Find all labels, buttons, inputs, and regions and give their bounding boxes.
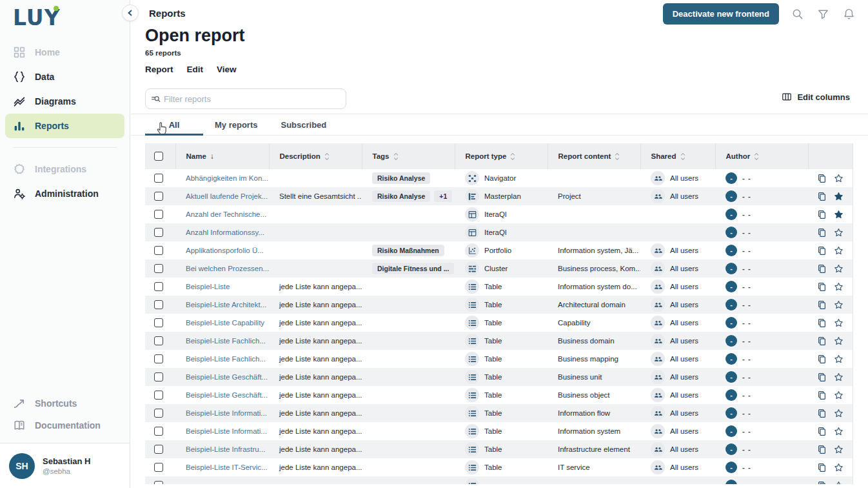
row-checkbox[interactable] <box>154 282 163 291</box>
favorite-star-button[interactable] <box>834 427 843 436</box>
sidebar-item-shortcuts[interactable]: Shortcuts <box>5 392 124 414</box>
row-checkbox[interactable] <box>154 481 163 484</box>
copy-report-button[interactable] <box>817 264 827 274</box>
table-row[interactable]: Beispiel-Liste Informati... jede Liste k… <box>145 404 853 422</box>
row-checkbox[interactable] <box>154 354 163 363</box>
copy-report-button[interactable] <box>817 427 827 436</box>
table-row[interactable]: Anzahl der Technische... IteraQl -- - <box>145 205 853 223</box>
user-profile[interactable]: SH Sebastian H @sebha <box>0 443 130 488</box>
row-checkbox[interactable] <box>154 427 163 436</box>
sidebar-item-documentation[interactable]: Documentation <box>5 414 124 436</box>
table-row[interactable]: Aktuell laufende Projek... Stellt eine G… <box>145 187 853 205</box>
report-name-link[interactable]: Applikationsporfolio Ü... <box>186 247 264 254</box>
row-checkbox[interactable] <box>154 228 163 237</box>
favorite-star-button[interactable] <box>834 409 843 418</box>
report-name-link[interactable]: Abhängigkeiten im Kon... <box>186 174 268 182</box>
table-row[interactable]: -- - <box>145 476 853 484</box>
favorite-star-button[interactable] <box>834 246 843 256</box>
table-row[interactable]: Beispiel-Liste Geschäft... jede Liste ka… <box>145 386 853 404</box>
column-header-shared[interactable]: Shared <box>640 143 715 169</box>
report-name-link[interactable]: Bei welchen Prozessen... <box>186 265 269 272</box>
row-checkbox[interactable] <box>154 264 163 273</box>
tab-my-reports[interactable]: My reports <box>203 114 269 135</box>
copy-report-button[interactable] <box>817 246 827 256</box>
row-checkbox[interactable] <box>154 372 163 381</box>
table-row[interactable]: Beispiel-Liste Architekt... jede Liste k… <box>145 296 853 314</box>
sidebar-item-reports[interactable]: Reports <box>5 114 124 138</box>
report-name-link[interactable]: Beispiel-Liste Fachlich... <box>186 355 266 363</box>
select-all-checkbox[interactable] <box>154 152 163 161</box>
table-row[interactable]: Beispiel-Liste Geschäft... jede Liste ka… <box>145 368 853 386</box>
report-name-link[interactable]: Beispiel-Liste Geschäft... <box>186 391 268 399</box>
filter-button[interactable] <box>810 5 836 24</box>
copy-report-button[interactable] <box>817 336 827 346</box>
copy-report-button[interactable] <box>817 300 827 310</box>
tab-all[interactable]: All <box>145 114 203 135</box>
favorite-star-button[interactable] <box>834 282 843 292</box>
report-name-link[interactable]: Beispiel-Liste Capability <box>186 319 264 327</box>
tab-subscribed[interactable]: Subscribed <box>269 114 338 135</box>
report-name-link[interactable]: Anzahl Informationssy... <box>186 229 264 236</box>
copy-report-button[interactable] <box>817 372 827 382</box>
favorite-star-button[interactable] <box>834 300 843 310</box>
copy-report-button[interactable] <box>817 391 827 400</box>
report-name-link[interactable]: Beispiel-Liste Architekt... <box>186 301 266 309</box>
row-checkbox[interactable] <box>154 210 163 219</box>
row-checkbox[interactable] <box>154 445 163 454</box>
column-header-tags[interactable]: Tags <box>362 143 455 169</box>
menu-report[interactable]: Report <box>145 65 173 74</box>
favorite-star-button[interactable] <box>834 391 843 400</box>
row-checkbox[interactable] <box>154 246 163 255</box>
favorite-star-button[interactable] <box>834 445 843 454</box>
luy-logo[interactable]: LUY <box>0 0 130 35</box>
report-name-link[interactable]: Aktuell laufende Projek... <box>186 192 268 200</box>
favorite-star-button[interactable] <box>834 336 843 346</box>
copy-report-button[interactable] <box>817 481 827 485</box>
copy-report-button[interactable] <box>817 409 827 418</box>
column-header-report-type[interactable]: Report type <box>455 143 547 169</box>
row-checkbox[interactable] <box>154 391 163 400</box>
report-name-link[interactable]: Anzahl der Technische... <box>186 210 266 218</box>
report-name-link[interactable]: Beispiel-Liste Informati... <box>186 427 267 435</box>
copy-report-button[interactable] <box>817 210 827 219</box>
filter-reports-input[interactable] <box>164 94 340 104</box>
copy-report-button[interactable] <box>817 318 827 328</box>
table-row[interactable]: Beispiel-Liste Fachlich... jede Liste ka… <box>145 350 853 368</box>
row-checkbox[interactable] <box>154 318 163 327</box>
sidebar-collapse-button[interactable] <box>122 5 139 21</box>
favorite-star-button[interactable] <box>834 481 843 485</box>
favorite-star-button[interactable] <box>834 210 843 219</box>
favorite-star-button[interactable] <box>834 463 843 473</box>
copy-report-button[interactable] <box>817 282 827 292</box>
copy-report-button[interactable] <box>817 463 827 473</box>
sidebar-item-data[interactable]: Data <box>5 65 124 89</box>
copy-report-button[interactable] <box>817 192 827 201</box>
notifications-button[interactable] <box>836 5 862 24</box>
menu-edit[interactable]: Edit <box>187 65 204 74</box>
favorite-star-button[interactable] <box>834 354 843 364</box>
row-checkbox[interactable] <box>154 192 163 201</box>
table-row[interactable]: Beispiel-Liste Fachlich... jede Liste ka… <box>145 332 853 350</box>
favorite-star-button[interactable] <box>834 318 843 328</box>
favorite-star-button[interactable] <box>834 228 843 238</box>
table-row[interactable]: Applikationsporfolio Ü... Risiko Maßnahm… <box>145 241 853 259</box>
sidebar-item-integrations[interactable]: Integrations <box>5 157 124 181</box>
column-header-name[interactable]: Name↓ <box>175 143 269 169</box>
copy-report-button[interactable] <box>817 174 827 183</box>
favorite-star-button[interactable] <box>834 192 843 201</box>
copy-report-button[interactable] <box>817 228 827 238</box>
row-checkbox[interactable] <box>154 300 163 309</box>
table-row[interactable]: Beispiel-Liste Infrastru... jede Liste k… <box>145 440 853 458</box>
copy-report-button[interactable] <box>817 445 827 454</box>
report-name-link[interactable]: Beispiel-Liste Fachlich... <box>186 337 266 345</box>
deactivate-new-frontend-button[interactable]: Deactivate new frontend <box>663 3 779 25</box>
favorite-star-button[interactable] <box>834 174 843 183</box>
menu-view[interactable]: View <box>217 65 237 74</box>
table-row[interactable]: Bei welchen Prozessen... Digitale Fitnes… <box>145 259 853 278</box>
column-header-description[interactable]: Description <box>269 143 362 169</box>
copy-report-button[interactable] <box>817 354 827 364</box>
table-row[interactable]: Abhängigkeiten im Kon... Risiko Analyse … <box>145 169 853 187</box>
table-row[interactable]: Anzahl Informationssy... IteraQl -- - <box>145 223 853 241</box>
row-checkbox[interactable] <box>154 463 163 472</box>
report-name-link[interactable]: Beispiel-Liste Informati... <box>186 409 267 417</box>
